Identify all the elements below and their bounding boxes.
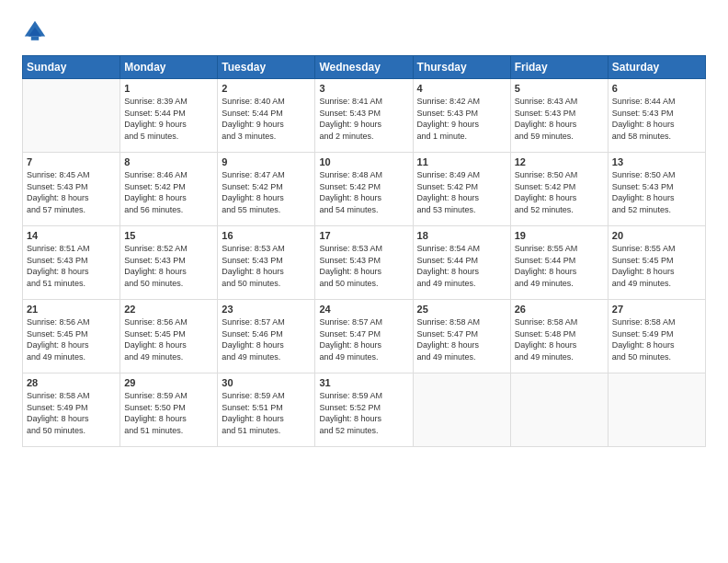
calendar-cell: 30Sunrise: 8:59 AM Sunset: 5:51 PM Dayli… xyxy=(218,373,315,447)
day-info: Sunrise: 8:59 AM Sunset: 5:52 PM Dayligh… xyxy=(319,390,408,436)
calendar-cell: 4Sunrise: 8:42 AM Sunset: 5:43 PM Daylig… xyxy=(413,79,510,153)
day-info: Sunrise: 8:58 AM Sunset: 5:47 PM Dayligh… xyxy=(417,316,506,362)
day-info: Sunrise: 8:58 AM Sunset: 5:49 PM Dayligh… xyxy=(27,390,116,436)
day-number: 26 xyxy=(515,304,604,315)
calendar-week-2: 7Sunrise: 8:45 AM Sunset: 5:43 PM Daylig… xyxy=(23,153,706,226)
calendar-header-tuesday: Tuesday xyxy=(218,56,315,79)
calendar-cell: 14Sunrise: 8:51 AM Sunset: 5:43 PM Dayli… xyxy=(23,226,120,300)
day-number: 16 xyxy=(222,230,311,241)
calendar-week-1: 1Sunrise: 8:39 AM Sunset: 5:44 PM Daylig… xyxy=(23,79,706,153)
day-info: Sunrise: 8:54 AM Sunset: 5:44 PM Dayligh… xyxy=(417,243,506,289)
calendar-cell: 7Sunrise: 8:45 AM Sunset: 5:43 PM Daylig… xyxy=(23,153,120,226)
calendar-cell: 17Sunrise: 8:53 AM Sunset: 5:43 PM Dayli… xyxy=(315,226,413,300)
calendar-cell: 2Sunrise: 8:40 AM Sunset: 5:44 PM Daylig… xyxy=(218,79,315,153)
calendar-cell: 22Sunrise: 8:56 AM Sunset: 5:45 PM Dayli… xyxy=(120,300,218,373)
calendar-cell xyxy=(413,373,510,447)
calendar-cell: 12Sunrise: 8:50 AM Sunset: 5:42 PM Dayli… xyxy=(510,153,608,226)
day-info: Sunrise: 8:56 AM Sunset: 5:45 PM Dayligh… xyxy=(27,316,116,362)
header xyxy=(22,18,706,44)
day-info: Sunrise: 8:39 AM Sunset: 5:44 PM Dayligh… xyxy=(124,96,213,142)
day-number: 31 xyxy=(319,377,408,388)
day-number: 15 xyxy=(124,230,213,241)
calendar-cell: 24Sunrise: 8:57 AM Sunset: 5:47 PM Dayli… xyxy=(315,300,413,373)
calendar-cell: 27Sunrise: 8:58 AM Sunset: 5:49 PM Dayli… xyxy=(608,300,705,373)
day-info: Sunrise: 8:41 AM Sunset: 5:43 PM Dayligh… xyxy=(319,96,408,142)
day-info: Sunrise: 8:58 AM Sunset: 5:48 PM Dayligh… xyxy=(515,316,604,362)
day-number: 27 xyxy=(612,304,701,315)
day-info: Sunrise: 8:57 AM Sunset: 5:46 PM Dayligh… xyxy=(222,316,311,362)
calendar-cell: 11Sunrise: 8:49 AM Sunset: 5:42 PM Dayli… xyxy=(413,153,510,226)
day-number: 28 xyxy=(27,377,116,388)
day-number: 22 xyxy=(124,304,213,315)
day-info: Sunrise: 8:53 AM Sunset: 5:43 PM Dayligh… xyxy=(222,243,311,289)
day-number: 12 xyxy=(515,156,604,167)
day-info: Sunrise: 8:52 AM Sunset: 5:43 PM Dayligh… xyxy=(124,243,213,289)
day-number: 30 xyxy=(222,377,311,388)
calendar-cell: 16Sunrise: 8:53 AM Sunset: 5:43 PM Dayli… xyxy=(218,226,315,300)
day-number: 3 xyxy=(319,83,408,94)
day-number: 1 xyxy=(124,83,213,94)
day-number: 18 xyxy=(417,230,506,241)
day-info: Sunrise: 8:55 AM Sunset: 5:44 PM Dayligh… xyxy=(515,243,604,289)
calendar-cell xyxy=(608,373,705,447)
calendar-header-wednesday: Wednesday xyxy=(315,56,413,79)
page: SundayMondayTuesdayWednesdayThursdayFrid… xyxy=(0,0,728,563)
day-info: Sunrise: 8:59 AM Sunset: 5:51 PM Dayligh… xyxy=(222,390,311,436)
day-number: 20 xyxy=(612,230,701,241)
day-number: 7 xyxy=(27,156,116,167)
calendar-cell: 25Sunrise: 8:58 AM Sunset: 5:47 PM Dayli… xyxy=(413,300,510,373)
calendar-week-3: 14Sunrise: 8:51 AM Sunset: 5:43 PM Dayli… xyxy=(23,226,706,300)
calendar-week-4: 21Sunrise: 8:56 AM Sunset: 5:45 PM Dayli… xyxy=(23,300,706,373)
day-number: 4 xyxy=(417,83,506,94)
calendar-cell: 19Sunrise: 8:55 AM Sunset: 5:44 PM Dayli… xyxy=(510,226,608,300)
day-number: 17 xyxy=(319,230,408,241)
day-number: 24 xyxy=(319,304,408,315)
calendar-header-friday: Friday xyxy=(510,56,608,79)
calendar-header-monday: Monday xyxy=(120,56,218,79)
calendar-cell: 5Sunrise: 8:43 AM Sunset: 5:43 PM Daylig… xyxy=(510,79,608,153)
day-info: Sunrise: 8:58 AM Sunset: 5:49 PM Dayligh… xyxy=(612,316,701,362)
day-number: 14 xyxy=(27,230,116,241)
day-info: Sunrise: 8:53 AM Sunset: 5:43 PM Dayligh… xyxy=(319,243,408,289)
day-info: Sunrise: 8:45 AM Sunset: 5:43 PM Dayligh… xyxy=(27,169,116,215)
calendar-cell: 21Sunrise: 8:56 AM Sunset: 5:45 PM Dayli… xyxy=(23,300,120,373)
calendar-cell: 1Sunrise: 8:39 AM Sunset: 5:44 PM Daylig… xyxy=(120,79,218,153)
day-number: 8 xyxy=(124,156,213,167)
calendar-cell: 6Sunrise: 8:44 AM Sunset: 5:43 PM Daylig… xyxy=(608,79,705,153)
day-info: Sunrise: 8:50 AM Sunset: 5:42 PM Dayligh… xyxy=(515,169,604,215)
day-number: 29 xyxy=(124,377,213,388)
calendar-cell: 8Sunrise: 8:46 AM Sunset: 5:42 PM Daylig… xyxy=(120,153,218,226)
day-number: 5 xyxy=(515,83,604,94)
calendar-cell: 18Sunrise: 8:54 AM Sunset: 5:44 PM Dayli… xyxy=(413,226,510,300)
calendar-cell xyxy=(23,79,120,153)
day-info: Sunrise: 8:56 AM Sunset: 5:45 PM Dayligh… xyxy=(124,316,213,362)
calendar-cell: 15Sunrise: 8:52 AM Sunset: 5:43 PM Dayli… xyxy=(120,226,218,300)
day-info: Sunrise: 8:47 AM Sunset: 5:42 PM Dayligh… xyxy=(222,169,311,215)
day-number: 11 xyxy=(417,156,506,167)
calendar-header-saturday: Saturday xyxy=(608,56,705,79)
day-info: Sunrise: 8:43 AM Sunset: 5:43 PM Dayligh… xyxy=(515,96,604,142)
logo-icon xyxy=(22,18,48,44)
svg-rect-2 xyxy=(31,37,39,40)
day-number: 6 xyxy=(612,83,701,94)
calendar-cell xyxy=(510,373,608,447)
day-info: Sunrise: 8:59 AM Sunset: 5:50 PM Dayligh… xyxy=(124,390,213,436)
day-info: Sunrise: 8:42 AM Sunset: 5:43 PM Dayligh… xyxy=(417,96,506,142)
calendar-cell: 26Sunrise: 8:58 AM Sunset: 5:48 PM Dayli… xyxy=(510,300,608,373)
calendar-cell: 31Sunrise: 8:59 AM Sunset: 5:52 PM Dayli… xyxy=(315,373,413,447)
calendar-cell: 20Sunrise: 8:55 AM Sunset: 5:45 PM Dayli… xyxy=(608,226,705,300)
calendar-header-row: SundayMondayTuesdayWednesdayThursdayFrid… xyxy=(23,56,706,79)
day-info: Sunrise: 8:50 AM Sunset: 5:43 PM Dayligh… xyxy=(612,169,701,215)
day-number: 21 xyxy=(27,304,116,315)
calendar-cell: 10Sunrise: 8:48 AM Sunset: 5:42 PM Dayli… xyxy=(315,153,413,226)
calendar-header-thursday: Thursday xyxy=(413,56,510,79)
logo xyxy=(22,18,51,44)
day-info: Sunrise: 8:57 AM Sunset: 5:47 PM Dayligh… xyxy=(319,316,408,362)
calendar-cell: 29Sunrise: 8:59 AM Sunset: 5:50 PM Dayli… xyxy=(120,373,218,447)
day-info: Sunrise: 8:55 AM Sunset: 5:45 PM Dayligh… xyxy=(612,243,701,289)
day-info: Sunrise: 8:46 AM Sunset: 5:42 PM Dayligh… xyxy=(124,169,213,215)
day-info: Sunrise: 8:51 AM Sunset: 5:43 PM Dayligh… xyxy=(27,243,116,289)
day-number: 2 xyxy=(222,83,311,94)
day-number: 9 xyxy=(222,156,311,167)
calendar-header-sunday: Sunday xyxy=(23,56,120,79)
